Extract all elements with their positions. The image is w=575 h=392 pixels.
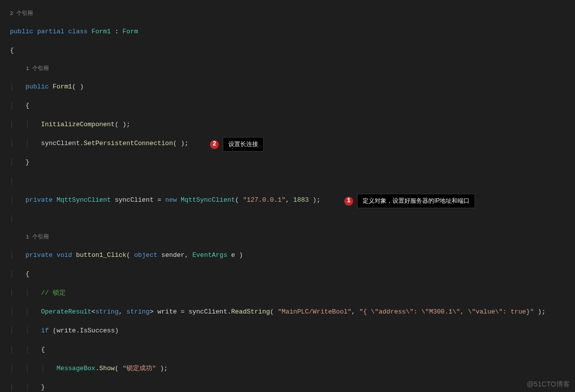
codelens[interactable]: 1 个引用: [10, 65, 575, 73]
code-line: │ private MqttSyncClient syncClient = ne…: [10, 195, 575, 205]
note-2: 设置长连接: [223, 137, 264, 152]
badge-1: 1: [344, 197, 353, 206]
code-line: │ │ }: [10, 383, 575, 392]
code-line: public partial class Form1 : Form: [10, 27, 575, 36]
badge-2: 2: [210, 140, 219, 149]
code-line: │ │ │ MessageBox.Show( "锁定成功" );: [10, 364, 575, 373]
code-line: │: [10, 176, 575, 186]
annotation-2: 2设置长连接: [210, 137, 264, 152]
annotation-1: 1定义对象，设置好服务器的IP地址和端口: [344, 194, 475, 208]
code-line: │ {: [10, 101, 575, 110]
codelens[interactable]: 1 个引用: [10, 233, 575, 241]
note-1: 定义对象，设置好服务器的IP地址和端口: [357, 194, 475, 208]
code-line: │ }: [10, 157, 575, 167]
code-line: │ private void button1_Click( object sen…: [10, 250, 575, 260]
code-line: │ {: [10, 269, 575, 279]
code-line: │ │ InitializeComponent( );: [10, 120, 575, 129]
code-line: │: [10, 214, 575, 224]
code-line: │ │ // 锁定: [10, 288, 575, 298]
code-line: │ │ syncClient.SetPersistentConnection( …: [10, 139, 575, 148]
code-line: {: [10, 46, 575, 55]
watermark: @51CTO博客: [527, 380, 570, 389]
code-line: │ │ if (write.IsSuccess): [10, 326, 575, 335]
code-editor[interactable]: 2 个引用 public partial class Form1 : Form …: [0, 0, 575, 392]
code-line: │ │ OperateResult<string, string> write …: [10, 307, 575, 316]
codelens[interactable]: 2 个引用: [10, 9, 575, 17]
code-line: │ │ {: [10, 345, 575, 354]
code-line: │ public Form1( ): [10, 82, 575, 91]
